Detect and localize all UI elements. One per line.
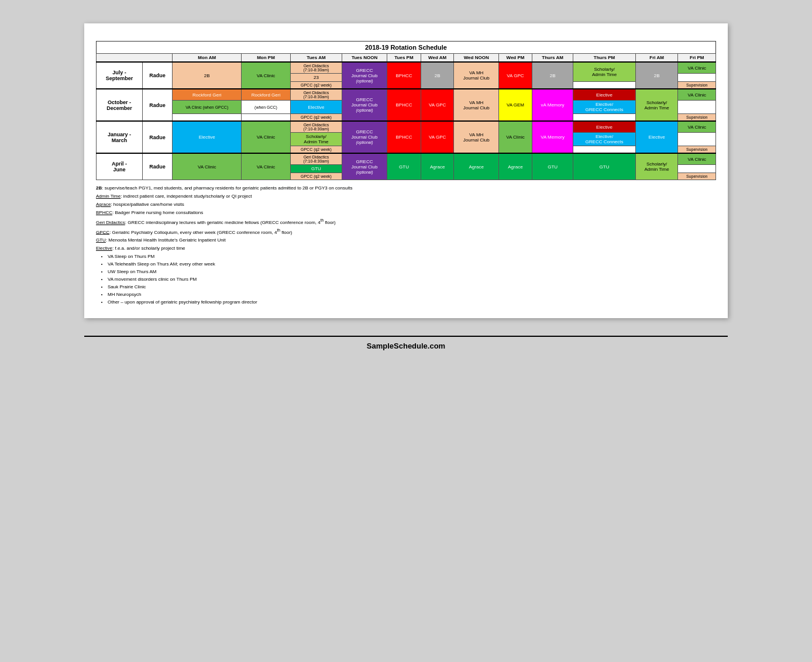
jan-mar-mon-am: Elective xyxy=(173,121,242,153)
apr-jun-thurs-am: GTU xyxy=(532,153,573,180)
oct-dec-fri-am: Scholarly/Admin Time xyxy=(635,89,678,121)
footer-website: SampleSchedule.com xyxy=(84,336,728,350)
oct-dec-wed-am: VA GPC xyxy=(421,89,454,121)
legend-gpcc: GPCC: Geriatric Psychiatry Colloquium, e… xyxy=(96,227,716,236)
legend-geri-didactics: Geri Didactics: GRECC interdisciplinary … xyxy=(96,218,716,226)
radue-jan-mar: Radue xyxy=(143,121,173,153)
legend-agrace-label: Agrace xyxy=(96,202,111,207)
jan-mar-tues-am-mid: Scholarly/Admin Time xyxy=(290,133,342,146)
apr-jun-thurs-pm: GTU xyxy=(573,153,635,180)
radue-apr-jun: Radue xyxy=(143,153,173,180)
jul-sep-fri-am: 2B xyxy=(635,62,678,89)
jul-sep-row1: July -September Radue 2B VA Clinic Geri … xyxy=(97,62,716,74)
jan-mar-wed-am: VA GPC xyxy=(421,121,454,153)
bullet-3: UW Sleep on Thurs AM xyxy=(108,268,716,275)
oct-dec-row1: October -December Radue Rockford Geri Ro… xyxy=(97,89,716,101)
jul-sep-tues-am-bot: GPCC (q2 week) xyxy=(290,82,342,89)
jan-mar-fri-pm-bot: Supervision xyxy=(678,146,716,154)
col-tues-pm: Tues PM xyxy=(387,54,421,63)
header-row: Mon AM Mon PM Tues AM Tues NOON Tues PM … xyxy=(97,54,716,63)
col-thurs-pm: Thurs PM xyxy=(573,54,635,63)
period-jul-sep: July -September xyxy=(97,62,143,89)
legend-bphcc: BPHCC: Badger Prairie nursing home consu… xyxy=(96,209,716,216)
apr-jun-wed-pm: Agrace xyxy=(499,153,532,180)
legend-gtu-label: GTU xyxy=(96,237,106,243)
jan-mar-thurs-pm-top: Elective xyxy=(573,121,635,133)
jan-mar-tues-am-bot: GPCC (q2 week) xyxy=(290,146,342,154)
legend-geri-didactics-label: Geri Didactics xyxy=(96,220,125,225)
legend-admin-label: Admin Time xyxy=(96,194,121,199)
apr-jun-row1: April -June Radue VA Clinic VA Clinic Ge… xyxy=(97,153,716,165)
col-mon-am: Mon AM xyxy=(173,54,242,63)
bullet-6: MH Neuropsych xyxy=(108,291,716,298)
apr-jun-fri-pm-bot: Supervision xyxy=(678,173,716,180)
oct-dec-tues-pm: BPHCC xyxy=(387,89,421,121)
jul-sep-thurs-am: 2B xyxy=(532,62,573,89)
jul-sep-tues-am-mid: 23 xyxy=(290,74,342,82)
oct-dec-tues-am-bot: GPCC (q2 week) xyxy=(290,114,342,122)
jul-sep-wed-am: 2B xyxy=(421,62,454,89)
jan-mar-thurs-pm-mid: Elective/GRECC Connects xyxy=(573,133,635,146)
jul-sep-mon-pm: VA Clinic xyxy=(242,62,290,89)
oct-dec-wed-pm: VA GEM xyxy=(499,89,532,121)
jul-sep-fri-pm-mid xyxy=(678,74,716,82)
legend-2b: 2B: supervise/teach PGY1, med students, … xyxy=(96,185,716,192)
jan-mar-wed-noon: VA MHJournal Club xyxy=(454,121,499,153)
apr-jun-tues-am-bot: GPCC (q2 week) xyxy=(290,173,342,180)
oct-dec-fri-pm-bot: Supervision xyxy=(678,114,716,122)
jul-sep-fri-pm-top: VA Clinic xyxy=(678,62,716,74)
apr-jun-tues-am-top: Geri Didactics(7:10-8:30am) xyxy=(290,153,342,165)
jan-mar-mon-pm: VA Clinic xyxy=(242,121,290,153)
legend-2b-label: 2B xyxy=(96,185,102,191)
apr-jun-tues-noon: GRECCJournal Club(optional) xyxy=(342,153,387,180)
jan-mar-row1: January -March Radue Elective VA Clinic … xyxy=(97,121,716,133)
jul-sep-thurs-pm-bot xyxy=(573,82,635,89)
oct-dec-mon-pm-bot2 xyxy=(242,114,290,122)
bullet-2: VA Telehealth Sleep on Thurs AM; every o… xyxy=(108,261,716,268)
legend-bphcc-label: BPHCC xyxy=(96,210,112,215)
period-apr-jun: April -June xyxy=(97,153,143,180)
jan-mar-fri-am: Elective xyxy=(635,121,678,153)
oct-dec-thurs-pm-top: Elective xyxy=(573,89,635,101)
oct-dec-thurs-am: vA Memory xyxy=(532,89,573,121)
col-wed-noon: Wed NOON xyxy=(454,54,499,63)
col-tues-am: Tues AM xyxy=(290,54,342,63)
jul-sep-wed-pm: VA GPC xyxy=(499,62,532,89)
jan-mar-fri-pm-mid xyxy=(678,133,716,146)
elective-bullets-list: VA Sleep on Thurs PM VA Telehealth Sleep… xyxy=(108,253,716,306)
legend-gtu: GTU: Menoota Mental Health Institute's G… xyxy=(96,237,716,244)
legend-elective-label: Elective xyxy=(96,246,112,251)
apr-jun-mon-am: VA Clinic xyxy=(173,153,242,180)
rotation-schedule-table: Mon AM Mon PM Tues AM Tues NOON Tues PM … xyxy=(96,53,716,180)
oct-dec-mon-pm-bot: (when GCC) xyxy=(242,101,290,114)
apr-jun-fri-pm-mid xyxy=(678,165,716,173)
col-tues-noon: Tues NOON xyxy=(342,54,387,63)
oct-dec-mon-am-bot: VA Clinic (when GPCC) xyxy=(173,101,242,114)
oct-dec-fri-pm-top: VA Clinic xyxy=(678,89,716,101)
radue-oct-dec: Radue xyxy=(143,89,173,121)
legend-agrace: Agrace: hospice/palliative care/home vis… xyxy=(96,201,716,208)
oct-dec-mon-pm-top: Rockford Geri xyxy=(242,89,290,101)
legend-gpcc-label: GPCC xyxy=(96,229,109,235)
period-jan-mar: January -March xyxy=(97,121,143,153)
apr-jun-tues-am-mid: GTU xyxy=(290,165,342,173)
period-header xyxy=(97,54,173,63)
jan-mar-tues-noon: GRECCJournal Club(optional) xyxy=(342,121,387,153)
legend-section: 2B: supervise/teach PGY1, med students, … xyxy=(96,185,716,306)
jan-mar-fri-pm-top: VA Clinic xyxy=(678,121,716,133)
schedule-title: 2018-19 Rotation Schedule xyxy=(96,41,716,53)
jul-sep-fri-pm-bot: Supervision xyxy=(678,82,716,89)
jul-sep-wed-noon: VA MHJournal Club xyxy=(454,62,499,89)
col-wed-pm: Wed PM xyxy=(499,54,532,63)
bullet-1: VA Sleep on Thurs PM xyxy=(108,253,716,260)
oct-dec-thurs-pm-mid: Elective/GRECC Connects xyxy=(573,101,635,114)
jan-mar-tues-am-top: Geri Didactics(7:10-8:30am) xyxy=(290,121,342,133)
apr-jun-mon-pm: VA Clinic xyxy=(242,153,290,180)
jul-sep-tues-am-top: Geri Didactics(7:10-8:30am) xyxy=(290,62,342,74)
oct-dec-tues-noon: GRECCJournal Club(optional) xyxy=(342,89,387,121)
bullet-4: VA movement disorders clinic on Thurs PM xyxy=(108,276,716,283)
jul-sep-mon-am: 2B xyxy=(173,62,242,89)
bullet-7: Other – upon approval of geriatric psych… xyxy=(108,299,716,306)
apr-jun-wed-am: Agrace xyxy=(421,153,454,180)
oct-dec-tues-am-mid: Elective xyxy=(290,101,342,114)
